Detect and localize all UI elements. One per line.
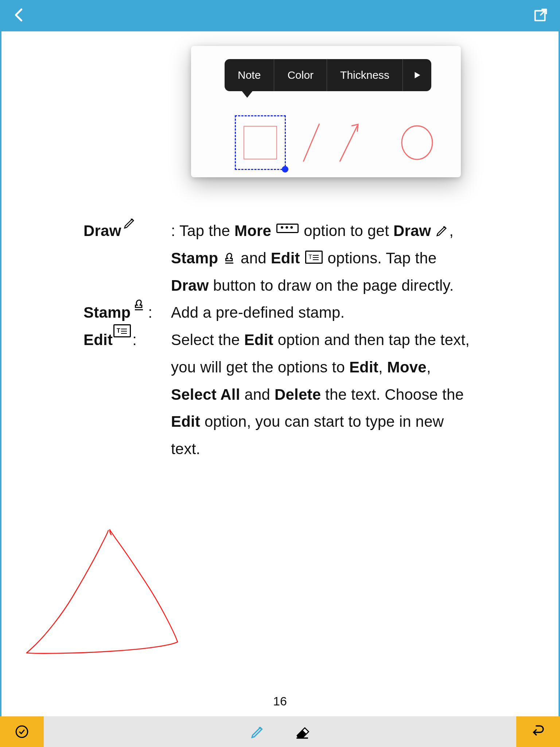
eraser-tool-button[interactable] — [295, 724, 310, 739]
line-shape-icon — [300, 121, 322, 165]
svg-line-3 — [303, 124, 319, 162]
annotation-popover: Note Color Thickness — [191, 46, 461, 177]
selected-rectangle-shape[interactable] — [235, 115, 286, 170]
selection-handle-icon[interactable] — [282, 166, 288, 173]
svg-point-5 — [402, 126, 432, 159]
more-icon: ••• — [276, 224, 299, 233]
svg-text:T: T — [117, 328, 120, 334]
document-text: Draw : Tap the More ••• option to get Dr… — [83, 217, 477, 463]
popover-tab-label: Thickness — [340, 69, 389, 81]
pencil-icon — [435, 224, 449, 237]
stamp-label: Stamp : — [83, 299, 171, 326]
freehand-triangle-drawing — [22, 524, 189, 659]
ellipse-shape-icon — [399, 124, 435, 161]
draw-body: : Tap the More ••• option to get Draw , … — [171, 217, 477, 299]
draw-label: Draw — [83, 217, 171, 299]
arrow-shape-icon — [337, 121, 362, 165]
rectangle-icon — [244, 126, 277, 159]
edit-body: Select the Edit option and then tap the … — [171, 326, 477, 463]
page-number: 16 — [1, 694, 559, 708]
top-toolbar — [0, 0, 560, 31]
confirm-button[interactable] — [0, 716, 44, 747]
stamp-body: Add a pre-defined stamp. — [171, 299, 477, 326]
stamp-icon — [222, 251, 236, 265]
shape-samples — [235, 115, 435, 170]
svg-point-16 — [16, 726, 28, 738]
share-button[interactable] — [532, 7, 549, 25]
popover-next-button[interactable] — [403, 59, 431, 91]
back-button[interactable] — [11, 7, 28, 25]
popover-tab-thickness[interactable]: Thickness — [327, 59, 403, 91]
popover-arrow-icon — [241, 90, 253, 98]
popover-toolbar: Note Color Thickness — [225, 59, 431, 91]
pencil-icon — [123, 216, 137, 230]
svg-marker-2 — [415, 72, 420, 78]
svg-line-4 — [340, 126, 357, 162]
text-edit-icon: T — [113, 324, 131, 337]
document-page[interactable]: Note Color Thickness — [1, 31, 559, 716]
popover-tab-label: Color — [287, 69, 314, 81]
popover-tab-note[interactable]: Note — [225, 59, 274, 91]
undo-button[interactable] — [516, 716, 560, 747]
edit-label: Edit T : — [83, 326, 171, 463]
popover-tab-color[interactable]: Color — [274, 59, 327, 91]
pencil-tool-button[interactable] — [250, 724, 265, 739]
text-edit-icon: T — [305, 251, 323, 264]
svg-text:T: T — [308, 254, 312, 260]
bottom-toolbar — [0, 716, 560, 747]
stamp-icon — [132, 298, 146, 311]
popover-tab-label: Note — [238, 69, 261, 81]
